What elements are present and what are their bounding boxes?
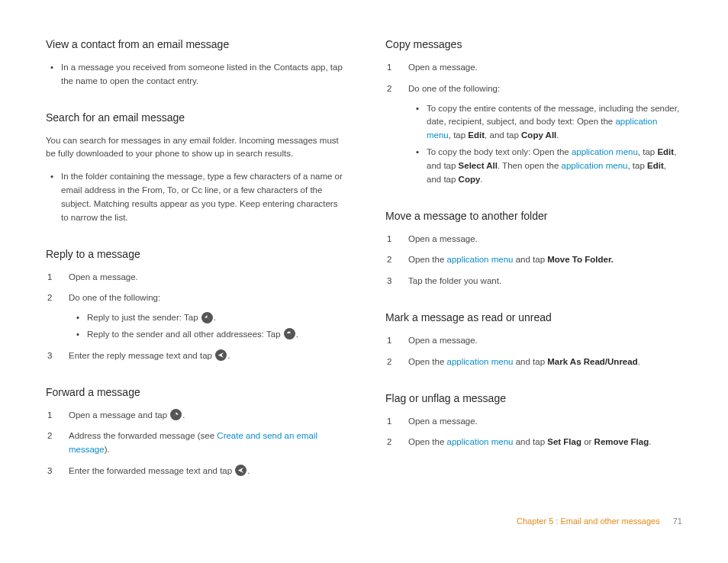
send-icon: [215, 349, 227, 361]
list-item: In the folder containing the message, ty…: [50, 170, 343, 224]
step: Open the application menu and tap Move T…: [385, 253, 682, 267]
text: .: [296, 330, 298, 339]
link-application-menu[interactable]: application menu: [447, 437, 514, 446]
text: .: [247, 466, 250, 475]
list-item: To copy the body text only: Open the app…: [416, 146, 682, 186]
text: and tap: [513, 357, 547, 366]
step: Open a message.: [385, 334, 682, 348]
page-body: View a contact from an email message In …: [46, 38, 682, 486]
list-item: In a message you received from someone l…: [50, 61, 343, 88]
text: Open the: [408, 437, 447, 446]
reply-all-icon: [284, 328, 295, 339]
link-application-menu[interactable]: application menu: [562, 161, 628, 170]
step: Open a message.: [385, 61, 682, 75]
list-search: In the folder containing the message, ty…: [46, 170, 343, 224]
sub-bullets: To copy the entire contents of the messa…: [408, 102, 682, 187]
steps-flag: Open a message. Open the application men…: [385, 415, 682, 450]
heading-search-message: Search for an email message: [46, 111, 343, 124]
list-view-contact: In a message you received from someone l…: [46, 61, 343, 88]
text: , tap: [627, 161, 647, 170]
steps-reply: Open a message. Do one of the following:…: [46, 271, 343, 363]
bold: Edit: [657, 147, 674, 156]
step: Open the application menu and tap Set Fl…: [385, 436, 682, 449]
text: and tap: [513, 255, 547, 264]
sub-bullets: Reply to just the sender: Tap . Reply to…: [69, 311, 343, 342]
bold: Remove Flag: [594, 437, 649, 446]
text: .: [227, 351, 230, 360]
text: Open a message and tap: [69, 410, 169, 420]
text: Enter the forwarded message text and tap: [69, 466, 234, 475]
bold: Mark As Read/Unread: [547, 357, 637, 366]
left-column: View a contact from an email message In …: [46, 38, 343, 486]
text: To copy the body text only: Open the: [427, 147, 572, 156]
send-icon: [235, 465, 246, 476]
text: , and tap: [485, 130, 521, 140]
link-application-menu[interactable]: application menu: [447, 357, 514, 366]
text: .: [638, 357, 640, 366]
text: . Then open the: [498, 161, 562, 170]
link-application-menu[interactable]: application menu: [572, 147, 638, 156]
list-item: To copy the entire contents of the messa…: [416, 102, 682, 143]
step: Open the application menu and tap Mark A…: [385, 355, 682, 369]
step: Do one of the following: Reply to just t…: [46, 291, 343, 341]
bold: Copy All: [521, 130, 556, 140]
text: Reply to just the sender: Tap: [87, 313, 201, 322]
step: Address the forwarded message (see Creat…: [46, 429, 343, 457]
steps-copy: Open a message. Do one of the following:…: [385, 61, 682, 187]
text: .: [214, 313, 216, 322]
steps-forward: Open a message and tap . Address the for…: [46, 409, 343, 478]
step: Open a message.: [46, 271, 343, 285]
step: Tap the folder you want.: [385, 275, 682, 288]
bold: Move To Folder.: [547, 255, 614, 264]
bold: Edit: [468, 130, 485, 140]
text: or: [581, 437, 594, 446]
text: .: [480, 175, 482, 184]
text: , tap: [638, 147, 658, 156]
text: ).: [105, 445, 110, 454]
text: .: [182, 410, 185, 420]
bold: Set Flag: [547, 437, 581, 446]
heading-view-contact: View a contact from an email message: [46, 38, 343, 50]
step: Do one of the following: To copy the ent…: [385, 82, 682, 187]
paragraph: You can search for messages in any email…: [46, 134, 343, 162]
text: Address the forwarded message (see: [69, 431, 217, 440]
list-item: Reply to the sender and all other addres…: [76, 328, 343, 342]
step: Enter the reply message text and tap .: [46, 349, 343, 363]
reply-icon: [201, 312, 213, 323]
text: Do one of the following:: [408, 84, 500, 93]
text: Enter the reply message text and tap: [69, 351, 214, 360]
heading-copy-messages: Copy messages: [385, 38, 682, 50]
forward-icon: [170, 409, 182, 420]
bold: Select All: [459, 161, 498, 170]
right-column: Copy messages Open a message. Do one of …: [385, 38, 682, 486]
steps-move: Open a message. Open the application men…: [385, 233, 682, 288]
text: , tap: [449, 130, 469, 140]
heading-reply: Reply to a message: [46, 248, 343, 260]
list-item: Reply to just the sender: Tap .: [76, 311, 343, 325]
step: Open a message and tap .: [46, 409, 343, 423]
step: Enter the forwarded message text and tap…: [46, 465, 343, 478]
text: .: [649, 437, 651, 446]
heading-forward: Forward a message: [46, 386, 343, 398]
text: Reply to the sender and all other addres…: [87, 330, 283, 339]
text: Open the: [408, 357, 447, 366]
heading-mark-read: Mark a message as read or unread: [385, 311, 682, 323]
heading-flag: Flag or unflag a message: [385, 392, 682, 404]
step: Open a message.: [385, 415, 682, 429]
text: Open the: [408, 255, 447, 264]
chapter-label: Chapter 5 : Email and other messages: [517, 516, 660, 526]
text: .: [556, 130, 559, 140]
bold: Edit: [647, 161, 664, 170]
bold: Copy: [459, 175, 481, 184]
link-application-menu[interactable]: application menu: [447, 255, 514, 264]
steps-mark-read: Open a message. Open the application men…: [385, 334, 682, 369]
text: and tap: [513, 437, 547, 446]
heading-move-folder: Move a message to another folder: [385, 210, 682, 222]
page-number: 71: [673, 516, 682, 526]
page-footer: Chapter 5 : Email and other messages 71: [46, 516, 682, 526]
step: Open a message.: [385, 233, 682, 246]
step-text: Do one of the following:: [69, 293, 160, 302]
